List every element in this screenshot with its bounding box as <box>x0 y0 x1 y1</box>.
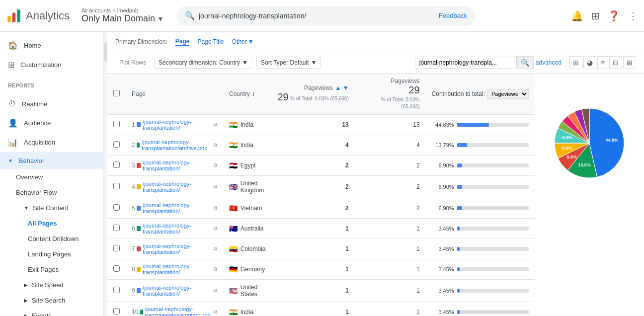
sidebar-site-speed-expand[interactable]: ▶ Site Speed <box>16 277 103 293</box>
sidebar-all-pages[interactable]: All Pages <box>24 216 103 231</box>
sidebar-events-expand[interactable]: ▶ Events <box>16 308 103 316</box>
copy-icon[interactable]: ⧉ <box>214 309 217 315</box>
sidebar-customization-label: Customization <box>20 61 61 69</box>
row-page-link[interactable]: /journal-nephrology-transplantation/ <box>143 285 213 297</box>
row-checkbox[interactable] <box>113 308 120 315</box>
breadcrumb-bottom[interactable]: Only Main Domain ▼ <box>81 13 171 24</box>
row-checkbox-cell <box>107 239 126 259</box>
table-row: 8. /journal-nephrology-transplantation/ … <box>107 259 535 280</box>
plot-rows-button[interactable]: Plot Rows <box>115 57 150 68</box>
filter-search-button[interactable]: 🔍 <box>516 56 534 69</box>
copy-icon[interactable]: ⧉ <box>214 246 217 252</box>
copy-icon[interactable]: ⧉ <box>214 266 217 272</box>
copy-icon[interactable]: ⧉ <box>214 288 217 294</box>
table-row: 9. /journal-nephrology-transplantation/ … <box>107 280 535 302</box>
sidebar-item-realtime[interactable]: ⏱ Realtime <box>0 94 103 113</box>
advanced-link[interactable]: advanced <box>536 59 562 66</box>
copy-icon[interactable]: ⧉ <box>214 226 217 232</box>
dim-page-link[interactable]: Page <box>175 38 190 46</box>
sidebar-acquisition-label: Acquisition <box>24 139 55 146</box>
sidebar-item-audience[interactable]: 👤 Audience <box>0 113 103 133</box>
row-page-link[interactable]: /journal-nephrology-transplantation/ <box>143 119 213 131</box>
row-checkbox-cell <box>107 302 126 316</box>
sidebar-landing-pages[interactable]: Landing Pages <box>24 246 103 262</box>
filter-input[interactable] <box>415 57 514 69</box>
search-input[interactable] <box>199 12 431 20</box>
site-speed-arrow: ▶ <box>24 282 28 288</box>
row-page-link[interactable]: /journal-nephrology-transplantation/ <box>143 202 213 214</box>
row-checkbox[interactable] <box>113 161 120 168</box>
country-flag: 🇺🇸 <box>229 287 238 295</box>
row-color-dot <box>137 163 141 168</box>
th-checkbox <box>107 74 126 114</box>
notifications-icon[interactable]: 🔔 <box>571 10 583 22</box>
more-icon[interactable]: ⋮ <box>628 10 638 22</box>
sidebar-item-acquisition[interactable]: 📊 Acquisition <box>0 133 103 152</box>
row-page-link[interactable]: /journal-nephrology-transplantation/ <box>143 181 213 193</box>
feedback-link[interactable]: Feedback <box>439 12 467 19</box>
row-checkbox[interactable] <box>113 245 120 251</box>
secondary-dimension-dropdown[interactable]: Secondary dimension: Country ▼ <box>154 57 252 69</box>
row-page-link[interactable]: /journal-nephrology-transplantation/arch… <box>142 139 213 151</box>
sidebar-exit-pages[interactable]: Exit Pages <box>24 262 103 277</box>
contribution-metric-select[interactable]: Pageviews <box>487 89 529 99</box>
sort-type-dropdown[interactable]: Sort Type: Default ▼ <box>256 57 321 69</box>
copy-icon[interactable]: ⧉ <box>214 142 217 148</box>
top-icons: 🔔 ⊞ ❓ ⋮ <box>571 10 638 22</box>
sidebar-item-home[interactable]: 🏠 Home <box>0 36 103 55</box>
sidebar-sub-overview[interactable]: Overview <box>16 169 103 185</box>
row-color-dot <box>137 267 141 272</box>
pageviews-header[interactable]: Pageviews ▲ ▼ <box>277 84 348 91</box>
row-page-link[interactable]: /journal-nephrology-transplantation/ <box>143 263 213 275</box>
row-page-link-area: /journal-nephrology-transplantation/ <box>143 243 213 255</box>
copy-icon[interactable]: ⧉ <box>214 184 217 190</box>
row-page-link[interactable]: /journal-nephrology-transplantation/cont… <box>145 306 213 316</box>
row-checkbox[interactable] <box>113 204 120 211</box>
content-inner: Primary Dimension: Page Page Title Other… <box>107 32 644 316</box>
row-checkbox[interactable] <box>113 225 120 231</box>
property-dropdown-arrow[interactable]: ▼ <box>157 15 164 23</box>
row-page: 6. /journal-nephrology-transplantation/ … <box>126 219 223 239</box>
copy-icon[interactable]: ⧉ <box>214 205 217 211</box>
total-pageviews: 29 % of Total: 0.03% (85,666) <box>277 91 348 103</box>
copy-icon[interactable]: ⧉ <box>214 162 217 168</box>
apps-icon[interactable]: ⊞ <box>591 10 600 22</box>
behavior-flow-label: Behavior Flow <box>16 189 57 196</box>
sidebar-site-search-expand[interactable]: ▶ Site Search <box>16 293 103 308</box>
vertical-scrollbar[interactable] <box>103 32 107 316</box>
dim-page-title-link[interactable]: Page Title <box>197 38 224 45</box>
help-icon[interactable]: ❓ <box>608 10 620 22</box>
copy-icon[interactable]: ⧉ <box>214 122 217 128</box>
sidebar-content-drilldown[interactable]: Content Drilldown <box>24 231 103 246</box>
row-page-link[interactable]: /journal-nephrology-transplantation/ <box>143 243 213 255</box>
dim-other-dropdown[interactable]: Other ▼ <box>232 38 254 45</box>
row-checkbox[interactable] <box>113 121 120 127</box>
row-num: 6. <box>132 225 137 232</box>
contribution-bar-track <box>457 227 529 231</box>
row-checkbox[interactable] <box>113 183 120 189</box>
sidebar-item-customization[interactable]: ⊞ Customization <box>0 55 103 75</box>
sidebar-site-content-expand[interactable]: ▼ Site Content <box>16 200 103 216</box>
sidebar-item-behavior[interactable]: ▼ Behavior <box>0 152 103 169</box>
list-view-button[interactable]: ≡ <box>597 56 608 69</box>
row-page: 1. /journal-nephrology-transplantation/ … <box>126 114 223 135</box>
row-page-link[interactable]: /journal-nephrology-transplantation/ <box>143 159 213 171</box>
select-all-checkbox[interactable] <box>113 90 120 96</box>
grid-view-button[interactable]: ⊞ <box>569 56 582 69</box>
dim-other-arrow: ▼ <box>248 38 254 45</box>
contribution-bar-fill <box>457 227 460 231</box>
row-page-link[interactable]: /journal-nephrology-transplantation/ <box>143 223 213 235</box>
country-name: Australia <box>241 225 264 232</box>
country-info-icon[interactable]: ℹ <box>252 91 254 97</box>
row-page-link-area: /journal-nephrology-transplantation/arch… <box>142 139 213 151</box>
country-flag: 🇮🇳 <box>229 141 238 149</box>
row-checkbox[interactable] <box>113 265 120 272</box>
pie-view-button[interactable]: ◕ <box>583 56 596 69</box>
compare-view-button[interactable]: ⊟ <box>609 56 622 69</box>
row-checkbox[interactable] <box>113 287 120 293</box>
pivot-view-button[interactable]: ⊠ <box>623 56 636 69</box>
toolbar: Plot Rows Secondary dimension: Country ▼… <box>107 52 644 74</box>
row-pageviews2: 1 <box>355 259 426 280</box>
row-checkbox[interactable] <box>113 141 120 148</box>
sidebar-sub-behavior-flow[interactable]: Behavior Flow <box>16 185 103 200</box>
